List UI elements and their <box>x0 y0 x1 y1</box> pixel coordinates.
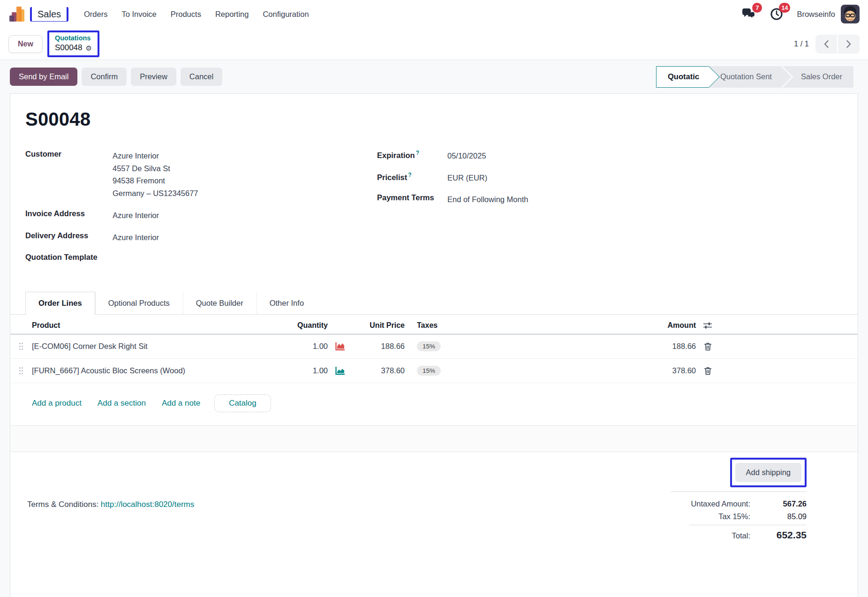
cell-product[interactable]: [FURN_6667] Acoustic Bloc Screens (Wood) <box>32 366 287 375</box>
column-amount: Amount <box>644 321 696 330</box>
chevron-left-icon <box>823 40 829 48</box>
pager-value: 1 / 1 <box>794 39 809 48</box>
menu-products[interactable]: Products <box>164 5 208 23</box>
invoice-address-label: Invoice Address <box>25 209 113 222</box>
field-grid: Customer Azure Interior 4557 De Silva St… <box>25 150 843 271</box>
delete-row-button[interactable] <box>696 367 719 375</box>
column-product: Product <box>32 321 287 330</box>
pager: 1 / 1 <box>794 35 860 53</box>
pager-previous-button[interactable] <box>815 35 837 53</box>
total-label: Total: <box>732 531 750 540</box>
order-lines-actions: Add a product Add a section Add a note C… <box>10 383 858 426</box>
tab-order-lines[interactable]: Order Lines <box>25 292 95 315</box>
menu-reporting[interactable]: Reporting <box>208 5 256 23</box>
confirm-button[interactable]: Confirm <box>82 68 127 86</box>
catalog-button[interactable]: Catalog <box>214 394 271 412</box>
user-name: Browseinfo <box>797 10 835 19</box>
tutorial-highlight-breadcrumb: Quotations S00048 ⚙ <box>47 30 99 58</box>
cell-unit-price[interactable]: 378.60 <box>348 366 405 375</box>
preview-button[interactable]: Preview <box>131 68 176 86</box>
pager-next-button[interactable] <box>838 35 860 53</box>
drag-handle[interactable] <box>10 367 32 375</box>
add-shipping-button[interactable]: Add shipping <box>735 463 801 482</box>
table-row[interactable]: [FURN_6667] Acoustic Bloc Screens (Wood)… <box>10 359 858 383</box>
tutorial-highlight-add-shipping: Add shipping <box>730 458 807 487</box>
chevron-right-icon <box>846 40 852 48</box>
expiration-value[interactable]: 05/10/2025 <box>447 150 486 162</box>
breadcrumb-current: S00048 ⚙ <box>55 43 92 53</box>
untaxed-amount-row: Untaxed Amount: 567.26 <box>633 498 807 510</box>
app-name[interactable]: Sales <box>32 7 67 21</box>
new-button[interactable]: New <box>8 35 43 53</box>
terms-link[interactable]: http://localhost:8020/terms <box>101 500 194 509</box>
cell-quantity[interactable]: 1.00 <box>287 366 328 375</box>
breadcrumb-parent-quotations[interactable]: Quotations <box>55 34 92 43</box>
add-a-note-link[interactable]: Add a note <box>162 399 200 408</box>
cell-quantity[interactable]: 1.00 <box>287 342 328 351</box>
field-pricelist: Pricelist? EUR (EUR) <box>377 172 843 184</box>
pricelist-value[interactable]: EUR (EUR) <box>447 172 487 184</box>
user-menu[interactable]: Browseinfo <box>797 5 860 23</box>
delivery-address-value[interactable]: Azure Interior <box>113 231 159 244</box>
menu-orders[interactable]: Orders <box>77 5 114 23</box>
cell-unit-price[interactable]: 188.66 <box>348 342 405 351</box>
customer-name[interactable]: Azure Interior <box>113 151 159 160</box>
status-quotation-sent[interactable]: Quotation Sent <box>709 66 783 88</box>
main-menu: Orders To Invoice Products Reporting Con… <box>77 5 316 23</box>
tax-label: Tax 15%: <box>718 512 750 521</box>
odoo-apps-logo-icon[interactable] <box>8 6 25 23</box>
activities-count-badge: 14 <box>779 3 790 13</box>
field-customer: Customer Azure Interior 4557 De Silva St… <box>25 150 372 200</box>
invoice-address-value[interactable]: Azure Interior <box>113 209 159 222</box>
status-sales-order[interactable]: Sales Order <box>783 66 853 88</box>
customer-value[interactable]: Azure Interior 4557 De Silva St 94538 Fr… <box>113 150 198 200</box>
pricelist-label: Pricelist? <box>377 172 447 184</box>
drag-handle[interactable] <box>10 342 32 350</box>
field-payment-terms: Payment Terms End of Following Month <box>377 193 843 206</box>
add-a-section-link[interactable]: Add a section <box>98 399 146 408</box>
column-quantity: Quantity <box>287 321 328 330</box>
tab-other-info[interactable]: Other Info <box>257 292 317 314</box>
help-question-icon: ? <box>408 172 411 178</box>
breadcrumb-current-label: S00048 <box>55 43 83 53</box>
gear-icon[interactable]: ⚙ <box>86 44 92 53</box>
messages-count-badge: 7 <box>752 3 762 13</box>
tab-optional-products[interactable]: Optional Products <box>95 292 183 314</box>
optional-columns-icon[interactable] <box>703 322 712 329</box>
form-sheet: S00048 Customer Azure Interior 4557 De S… <box>10 93 858 597</box>
menu-configuration[interactable]: Configuration <box>256 5 316 23</box>
customer-address-line: 4557 De Silva St <box>113 164 170 173</box>
tax-value: 85.09 <box>750 512 807 521</box>
terms-label: Terms & Conditions: <box>27 500 98 509</box>
table-row[interactable]: [E-COM06] Corner Desk Right Sit 1.00 188… <box>10 334 858 359</box>
avatar[interactable] <box>841 5 860 23</box>
status-quotation[interactable]: Quotation <box>656 66 709 88</box>
total-row: Total: 652.35 <box>689 525 807 543</box>
terms-and-conditions: Terms & Conditions: http://localhost:802… <box>10 452 194 543</box>
add-a-product-link[interactable]: Add a product <box>32 399 82 408</box>
stock-forecast-icon[interactable] <box>335 366 346 375</box>
field-expiration: Expiration? 05/10/2025 <box>377 150 843 162</box>
tax-row: Tax 15%: 85.09 <box>633 510 807 523</box>
cell-product[interactable]: [E-COM06] Corner Desk Right Sit <box>32 342 287 351</box>
tax-badge[interactable]: 15% <box>417 366 441 376</box>
payment-terms-label: Payment Terms <box>377 193 447 206</box>
stock-forecast-icon[interactable] <box>335 342 346 351</box>
customer-label: Customer <box>25 150 113 200</box>
activities-button[interactable]: 14 <box>769 6 785 22</box>
delivery-address-label: Delivery Address <box>25 231 113 244</box>
menu-to-invoice[interactable]: To Invoice <box>114 5 163 23</box>
delete-row-button[interactable] <box>696 342 719 351</box>
expiration-label: Expiration? <box>377 150 447 162</box>
untaxed-amount-value: 567.26 <box>750 499 807 508</box>
send-by-email-button[interactable]: Send by Email <box>10 68 77 86</box>
field-quotation-template: Quotation Template <box>25 253 372 262</box>
total-value: 652.35 <box>750 529 807 541</box>
messages-button[interactable]: 7 <box>740 6 756 22</box>
tax-badge[interactable]: 15% <box>417 341 441 351</box>
cancel-button[interactable]: Cancel <box>181 68 222 86</box>
systray: 7 14 Browseinfo <box>740 5 860 23</box>
customer-address-line: 94538 Fremont <box>113 176 165 185</box>
payment-terms-value[interactable]: End of Following Month <box>447 193 528 206</box>
tab-quote-builder[interactable]: Quote Builder <box>183 292 257 314</box>
